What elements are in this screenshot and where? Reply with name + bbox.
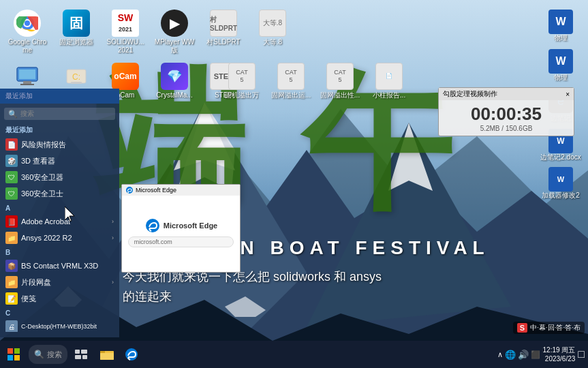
cad-file3-icon[interactable]: CAT5 固网溢出性...	[316, 60, 364, 102]
explorer-icon	[99, 348, 114, 361]
windows-logo	[7, 348, 20, 361]
menu-item-report-label: 风险舆情报告	[21, 140, 66, 150]
menu-item-acrobat[interactable]: 📕 Adobe Acrobat ›	[0, 213, 119, 230]
menu-item-360a-label: 360安全卫器	[21, 172, 63, 183]
edge-browser-icon	[125, 186, 134, 194]
edge-content[interactable]: Microsoft Edge microsoft.com	[122, 196, 240, 269]
word-icon1: W	[548, 10, 573, 34]
cad-file1-icon[interactable]: CAT5 固机溢出万	[218, 60, 266, 102]
svg-rect-22	[71, 82, 82, 84]
word-doc2-label: 物理	[554, 74, 568, 82]
doc-file-icon[interactable]: 📄 小柱报告...	[365, 60, 413, 102]
menu-item-360b[interactable]: 🛡 360安全卫士	[0, 185, 119, 202]
browser-icon[interactable]: 固 固定浏览器	[52, 7, 100, 57]
large-file-label: 大等.8	[263, 38, 282, 46]
tray-sound[interactable]: 🔊	[518, 350, 529, 360]
loader-label: 加载器修改2	[542, 191, 580, 200]
svg-text:C:: C:	[72, 72, 80, 82]
edge-brand: Microsoft Edge	[164, 221, 217, 230]
desktop-icons-row1: Google Chrome 固 固定浏览器 SW2021 SOLIDWU... …	[3, 7, 296, 57]
timer-body: 00:00:35 5.2MB / 150.6GB	[439, 100, 574, 136]
sldprt-icon[interactable]: 村SLDPRT 村SLDPRT	[200, 7, 247, 57]
menu-item-360a[interactable]: 🛡 360安全卫器	[0, 169, 119, 185]
menu-item-report[interactable]: 📄 风险舆情报告	[0, 136, 119, 153]
menu-item-acrobat-label: Adobe Acrobat	[21, 217, 70, 226]
word-doc2-icon[interactable]: W 物理	[537, 46, 585, 85]
menu-title: 最近添加	[5, 91, 33, 101]
bs-icon: 📦	[5, 260, 18, 272]
tray-network[interactable]: 🌐	[505, 350, 516, 360]
taskbar-search[interactable]: 🔍 搜索	[29, 345, 67, 364]
360a-icon: 🛡	[5, 171, 18, 183]
svg-rect-18	[20, 84, 34, 85]
sldprt-label: 村SLDPRT	[206, 38, 240, 46]
cad-file2-label: 固网溢出运...	[271, 91, 311, 99]
svg-rect-17	[23, 81, 31, 84]
chrome-icon[interactable]: Google Chrome	[3, 7, 51, 57]
svg-rect-27	[7, 355, 13, 361]
section-b: B	[0, 246, 119, 258]
cad-file3-label: 固网溢出性...	[320, 91, 360, 99]
svg-rect-28	[14, 355, 20, 361]
menu-header: 最近添加	[0, 89, 119, 104]
crystalmaker-icon[interactable]: 💎 CrystalMa...	[151, 60, 198, 102]
svg-rect-29	[75, 350, 80, 354]
menu-search-input-container[interactable]: 🔍 搜索	[0, 105, 119, 123]
word-doc1-label: 物理	[554, 34, 568, 42]
menu-item-bs-label: BS Contact VRML X3D	[21, 262, 98, 270]
svg-point-13	[25, 20, 30, 26]
solidworks-icon[interactable]: SW2021 SOLIDWU... 2021	[102, 7, 149, 57]
menu-item-notes[interactable]: 📝 便笺	[0, 290, 119, 307]
svg-rect-26	[14, 348, 20, 354]
section-c: C	[0, 307, 119, 318]
taskview-button[interactable]	[69, 341, 93, 368]
chrome-label: Google Chrome	[6, 38, 48, 55]
svg-rect-32	[82, 355, 87, 359]
notes-icon: 📝	[5, 292, 18, 305]
edge-url-bar[interactable]: microsoft.com	[128, 236, 234, 247]
svg-rect-16	[19, 70, 35, 79]
cloud-icon: 📁	[5, 276, 18, 288]
subtitle-text: 今天我们就来说一下怎么把 solidworks 和 ansys 的连起来	[123, 267, 382, 307]
menu-item-cdesktop[interactable]: 🖨 C-Desktop(HTM-WEB)32bit	[0, 318, 119, 332]
start-button[interactable]	[0, 341, 27, 368]
menu-item-bs[interactable]: 📦 BS Contact VRML X3D	[0, 258, 119, 274]
start-menu: 最近添加 🔍 搜索 最近添加 📄 风险舆情报告 🎲 3D 查看器 🛡 36	[0, 89, 119, 337]
taskbar-search-placeholder: 搜索	[47, 350, 62, 360]
loader-icon[interactable]: W 加载器修改2	[537, 164, 585, 202]
menu-item-3dviewer-label: 3D 查看器	[21, 156, 55, 166]
menu-item-notes-label: 便笺	[21, 294, 36, 304]
tray-battery: ⬛	[531, 350, 540, 359]
cloud-arrow: ›	[112, 279, 114, 286]
notification-button[interactable]: □	[578, 348, 585, 361]
section-a: A	[0, 202, 119, 213]
menu-search-placeholder: 搜索	[20, 109, 34, 119]
acrobat-arrow: ›	[112, 218, 114, 225]
taskbar-right: ∧ 🌐 🔊 ⬛ 12:19 周五 2023/6/23 □	[497, 346, 588, 363]
timer-storage-display: 5.2MB / 150.6GB	[444, 125, 568, 132]
timer-time-display: 00:00:35	[444, 104, 568, 125]
taskbar-time-display[interactable]: 12:19 周五 2023/6/23	[543, 346, 576, 363]
cdesktop-icon: 🖨	[5, 320, 18, 332]
large-file-icon[interactable]: 大等.8 大等.8	[249, 7, 296, 57]
taskbar-explorer[interactable]	[95, 341, 119, 368]
taskbar-date: 2023/6/23	[543, 354, 576, 363]
word-doc1-icon[interactable]: W 物理	[537, 7, 585, 45]
taskbar-edge[interactable]	[119, 341, 144, 368]
edge-browser-window: Microsoft Edge Microsoft Edge microsoft.…	[121, 184, 241, 273]
svg-rect-34	[100, 353, 114, 360]
cad-file2-icon[interactable]: CAT5 固网溢出运...	[267, 60, 315, 102]
mplayer-icon[interactable]: ▶ MPlayer WW版	[151, 7, 198, 57]
timer-widget: 勾股定理 视频制作 × 00:00:35 5.2MB / 150.6GB	[438, 87, 574, 136]
ansys-icon: 📁	[5, 232, 18, 244]
doc-file-label: 小柱报告...	[373, 91, 405, 99]
menu-item-ansys[interactable]: 📁 Ansys 2022 R2 ›	[0, 230, 119, 246]
menu-item-cloud[interactable]: 📁 片段网盘 ›	[0, 274, 119, 290]
svg-rect-31	[75, 355, 81, 359]
taskbar-time: 12:19 周五	[543, 346, 576, 354]
timer-close[interactable]: ×	[566, 91, 570, 98]
tray-up-arrow[interactable]: ∧	[497, 350, 503, 359]
svg-rect-30	[81, 350, 87, 354]
taskbar: 🔍 搜索	[0, 341, 588, 368]
menu-item-3dviewer[interactable]: 🎲 3D 查看器	[0, 153, 119, 169]
